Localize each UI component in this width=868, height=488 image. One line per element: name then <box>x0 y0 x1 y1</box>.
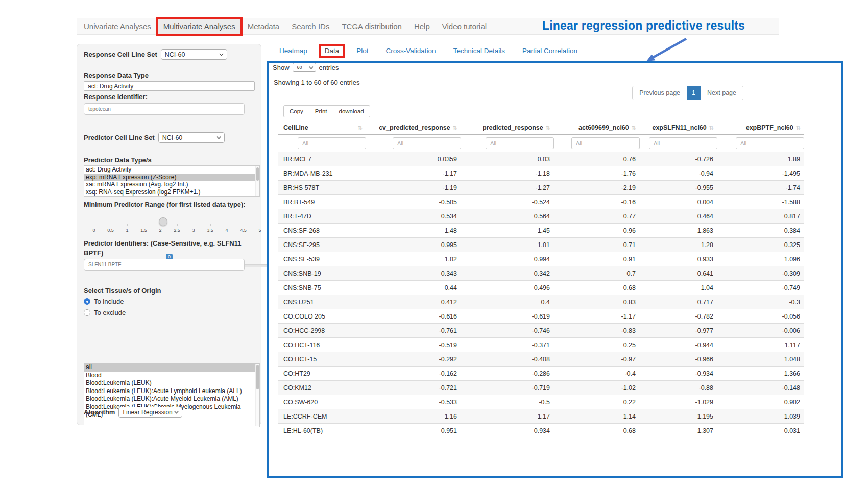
listbox-option[interactable]: exp: mRNA Expression (Z-Score) <box>84 174 259 181</box>
listbox-option[interactable]: Blood <box>84 372 259 380</box>
tab-partial-correlation[interactable]: Partial Correlation <box>521 45 578 57</box>
column-header-label: expBPTF_nci60 <box>746 124 793 131</box>
table-row: CO:KM12-0.721-0.719-1.02-0.88-0.148 <box>278 381 804 395</box>
cellline-cell: BR:MDA-MB-231 <box>278 166 366 181</box>
listbox-option[interactable]: Blood:Leukemia (LEUK):Acute Myeloid Leuk… <box>84 395 259 403</box>
copy-button[interactable]: Copy <box>283 105 309 117</box>
tissue-listbox[interactable]: allBloodBlood:Leukemia (LEUK)Blood:Leuke… <box>84 363 260 427</box>
value-cell: -0.746 <box>461 324 554 338</box>
value-cell: 0.68 <box>554 281 640 295</box>
cellline-cell: BR:T-47D <box>278 209 366 224</box>
value-cell: 0.71 <box>554 238 640 252</box>
tab-technical-details[interactable]: Technical Details <box>452 45 506 57</box>
tab-plot[interactable]: Plot <box>355 45 369 57</box>
value-cell: 0.44 <box>366 281 461 295</box>
predictor-cell-line-set-select[interactable]: NCI-60 <box>158 132 225 143</box>
listbox-option[interactable]: act: Drug Activity <box>84 166 259 174</box>
listbox-option[interactable]: all <box>84 363 259 372</box>
column-header-label: expSLFN11_nci60 <box>652 124 706 131</box>
sort-arrows-icon: ⇅ <box>358 125 362 131</box>
response-identifier-input[interactable]: topotecan <box>84 103 245 115</box>
nav-item-multivariate-analyses[interactable]: Multivariate Analyses <box>157 18 242 34</box>
column-filter-input-predicted_response[interactable] <box>486 137 554 149</box>
value-cell: 1.04 <box>640 281 717 295</box>
slider-tickmark <box>160 224 161 226</box>
response-data-type-select[interactable]: act: Drug Activity <box>84 81 255 91</box>
nav-item-help[interactable]: Help <box>408 18 436 34</box>
listbox-option[interactable]: xai: mRNA Expression (Avg. log2 Int.) <box>84 181 259 188</box>
tissue-exclude-radio[interactable]: To exclude <box>84 309 126 316</box>
value-cell: -0.533 <box>366 395 461 409</box>
value-cell: -1.18 <box>461 166 554 181</box>
value-cell: 0.717 <box>640 295 717 309</box>
cellline-cell: BR:MCF7 <box>278 152 366 166</box>
print-button[interactable]: Print <box>309 105 333 117</box>
value-cell: 0.03 <box>461 152 554 166</box>
sort-arrows-icon: ⇅ <box>796 125 800 131</box>
slider-ticks: 00.511.522.533.544.55 <box>86 224 260 235</box>
value-cell: 1.28 <box>640 238 717 252</box>
annotation-title: Linear regression predictive results <box>542 19 767 33</box>
tab-cross-validation[interactable]: Cross-Validation <box>385 45 437 57</box>
tissue-include-radio[interactable]: To include <box>84 298 124 305</box>
chevron-down-icon <box>309 65 314 70</box>
value-cell: -0.292 <box>366 352 461 367</box>
next-page-button[interactable]: Next page <box>701 86 743 100</box>
nav-item-video-tutorial[interactable]: Video tutorial <box>436 18 493 34</box>
column-header-expbptf_nci60[interactable]: expBPTF_nci60⇅ <box>717 121 804 135</box>
value-cell: -0.056 <box>717 309 804 324</box>
tab-data[interactable]: Data <box>324 45 341 57</box>
column-filter-input-expslfn11_nci60[interactable] <box>649 137 717 149</box>
table-row: BR:MDA-MB-231-1.17-1.18-1.76-0.94-1.495 <box>278 166 804 181</box>
column-filter-input-cv_predicted_response[interactable] <box>393 137 461 149</box>
value-cell: -1.76 <box>554 166 640 181</box>
algorithm-select[interactable]: Linear Regression <box>118 407 182 418</box>
table-row: BR:T-47D0.5340.5640.770.4640.817 <box>278 209 804 224</box>
column-filter-cell <box>461 135 554 152</box>
nav-item-tcga-distribution[interactable]: TCGA distribution <box>335 18 408 34</box>
response-cell-line-set-select[interactable]: NCI-60 <box>161 49 227 60</box>
value-cell: 0.817 <box>717 209 804 224</box>
value-cell: -1.19 <box>366 181 461 195</box>
nav-item-metadata[interactable]: Metadata <box>242 18 286 34</box>
previous-page-button[interactable]: Previous page <box>633 86 687 100</box>
predictor-data-types-listbox[interactable]: act: Drug Activityexp: mRNA Expression (… <box>84 165 260 197</box>
slider-tick-label: 4 <box>225 228 228 233</box>
column-header-cv_predicted_response[interactable]: cv_predicted_response⇅ <box>366 121 461 135</box>
value-cell: 0.68 <box>554 424 640 438</box>
download-button[interactable]: download <box>333 105 370 117</box>
value-cell: 0.325 <box>717 238 804 252</box>
show-entries-select[interactable]: 60 <box>293 63 316 72</box>
value-cell: 0.96 <box>554 224 640 238</box>
value-cell: -0.408 <box>461 352 554 367</box>
column-filter-input-cellline[interactable] <box>298 137 366 149</box>
listbox-option[interactable]: Blood:Leukemia (LEUK) <box>84 379 259 387</box>
column-filter-cell <box>554 135 640 152</box>
listbox-option[interactable]: Blood:Leukemia (LEUK):Acute Lymphoid Leu… <box>84 387 259 396</box>
table-row: CO:HCC-2998-0.761-0.746-0.83-0.977-0.006 <box>278 324 804 338</box>
column-filter-input-act609699_nci60[interactable] <box>571 137 640 149</box>
predictor-data-types-label: Predictor Data Type/s <box>84 156 152 164</box>
nav-item-univariate-analyses[interactable]: Univariate Analyses <box>78 18 157 34</box>
radio-unselected-icon <box>84 309 90 316</box>
tab-heatmap[interactable]: Heatmap <box>278 45 308 57</box>
slider-tickmark <box>94 224 94 226</box>
value-cell: 1.14 <box>554 409 640 424</box>
listbox-scrollbar[interactable] <box>255 364 259 426</box>
slider-tick-label: 1 <box>126 228 128 233</box>
column-header-expslfn11_nci60[interactable]: expSLFN11_nci60⇅ <box>640 121 717 135</box>
predictor-identifiers-input[interactable]: SLFN11 BPTF <box>84 259 245 271</box>
nav-item-search-ids[interactable]: Search IDs <box>285 18 335 34</box>
listbox-option[interactable]: xsq: RNA-seq Expression (log2 FPKM+1.) <box>84 188 259 196</box>
value-cell: -0.619 <box>461 309 554 324</box>
column-header-cellline[interactable]: CellLine⇅ <box>278 121 366 135</box>
column-header-inner: expBPTF_nci60⇅ <box>722 124 800 131</box>
current-page-button[interactable]: 1 <box>687 86 701 100</box>
column-header-predicted_response[interactable]: predicted_response⇅ <box>461 121 554 135</box>
listbox-scrollbar[interactable] <box>255 166 259 196</box>
value-cell: 0.343 <box>366 266 461 281</box>
column-header-act609699_nci60[interactable]: act609699_nci60⇅ <box>554 121 640 135</box>
value-cell: -0.505 <box>366 195 461 209</box>
column-filter-input-expbptf_nci60[interactable] <box>736 137 804 149</box>
value-cell: 0.534 <box>366 209 461 224</box>
